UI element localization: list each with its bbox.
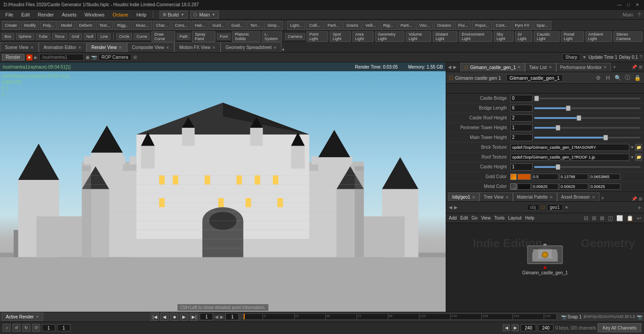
assetbrowser-close[interactable]: ✕: [592, 195, 595, 200]
key-icon-btn[interactable]: ⟐: [3, 324, 11, 332]
play-back-btn[interactable]: ◀: [160, 313, 168, 321]
geolight-btn[interactable]: Geometry Light: [375, 31, 404, 42]
forward-btn[interactable]: ▶: [453, 65, 457, 69]
metal-v3-input[interactable]: [589, 183, 620, 190]
minimize-btn[interactable]: —: [616, 2, 623, 8]
fwd-geo-btn[interactable]: ▶: [454, 205, 458, 210]
tab-anim-editor[interactable]: Animation Editor ✕: [39, 42, 86, 52]
gold-v1-input[interactable]: [532, 174, 558, 180]
box-btn[interactable]: Box: [2, 33, 14, 40]
geo-node-castle[interactable]: Giimann_castle_gen_1: [522, 245, 568, 275]
rigg-btn[interactable]: Rigg...: [114, 21, 132, 30]
lock-icon[interactable]: 🔒: [633, 74, 641, 82]
musc-btn[interactable]: Musc...: [133, 21, 152, 30]
back-geo-btn[interactable]: ◀: [449, 205, 452, 210]
popu-btn[interactable]: Popul...: [472, 21, 492, 30]
plus-icon[interactable]: +: [638, 204, 641, 211]
pyrofx-btn[interactable]: Pyro FX: [512, 21, 533, 30]
spraypaint-btn[interactable]: Spray Paint: [192, 31, 215, 42]
active-render-close[interactable]: ✕: [36, 314, 39, 319]
camera-btn[interactable]: Camera: [285, 33, 305, 40]
node-graph-area[interactable]: Indie Edition Geometry: [446, 223, 644, 312]
timeline-track[interactable]: 0 24 48 72 96 120 144 168 192 216: [243, 314, 557, 320]
envlight-btn[interactable]: Environment Light: [459, 31, 492, 42]
menu-assets[interactable]: Assets: [58, 11, 80, 18]
end-frame2[interactable]: [538, 324, 554, 331]
metal-swatch[interactable]: [517, 183, 531, 190]
play-icon[interactable]: ▶: [34, 55, 37, 60]
caustic-btn[interactable]: Caustic Light: [534, 31, 559, 42]
light-btn[interactable]: Light...: [287, 21, 305, 30]
back-btn[interactable]: ◀: [448, 65, 451, 69]
arealight-btn[interactable]: Area Light: [353, 31, 373, 42]
help-icon[interactable]: ?: [638, 12, 640, 17]
add-right-tab[interactable]: +: [611, 64, 618, 70]
tab-motion-fx[interactable]: Motion FX View ✕: [174, 42, 221, 52]
geo1-tab-close[interactable]: ✕: [472, 195, 476, 200]
layout-icon5[interactable]: ⬜: [616, 215, 623, 221]
geo-dropdown[interactable]: ▼: [565, 205, 569, 210]
tab-render-close[interactable]: ✕: [119, 45, 122, 50]
menu-windows[interactable]: Windows: [81, 11, 108, 18]
modify-btn[interactable]: Modify: [21, 21, 39, 30]
text-btn[interactable]: Text...: [96, 21, 113, 30]
lsystem-btn[interactable]: L-System: [262, 31, 282, 42]
bottom-tab-assetbrowser[interactable]: Asset Browser ✕: [557, 192, 599, 201]
velli-btn[interactable]: Velli...: [362, 21, 379, 30]
build-dropdown[interactable]: ⊞ Build ▼: [160, 11, 188, 19]
metal-v1-input[interactable]: [532, 183, 558, 190]
perimeter-tower-input[interactable]: [510, 124, 533, 131]
help-icon[interactable]: H: [604, 74, 612, 82]
model-btn[interactable]: Model: [58, 21, 75, 30]
layout-icon7[interactable]: ↩: [637, 215, 641, 221]
bottom-tab-matpal[interactable]: Material Palette ✕: [513, 192, 557, 201]
layout-icon2[interactable]: ⊞: [592, 215, 596, 221]
gold-color-wheel[interactable]: [510, 174, 517, 180]
start-frame[interactable]: [42, 324, 55, 331]
geo-menu-tools[interactable]: Tools: [494, 216, 505, 220]
tab-scene-close[interactable]: ✕: [30, 45, 34, 50]
expand-icon2[interactable]: ⊞: [639, 196, 642, 201]
grain-btn[interactable]: Grains: [343, 21, 361, 30]
node-tab-takelist[interactable]: Take List ✕: [525, 63, 556, 72]
geo-menu-go[interactable]: Go: [472, 216, 477, 220]
end-frame1[interactable]: [521, 324, 536, 331]
layout-icon3[interactable]: ⊠: [600, 215, 604, 221]
tab-composite-close[interactable]: ✕: [166, 45, 169, 50]
circle-btn[interactable]: Circle: [116, 33, 132, 40]
castle-height-input[interactable]: [510, 163, 533, 171]
node-box[interactable]: [527, 245, 563, 264]
redo-btn[interactable]: ↻: [22, 324, 30, 332]
bottom-tab-treeview[interactable]: Tree View ✕: [480, 192, 513, 201]
geo-menu-view[interactable]: View: [481, 216, 491, 220]
parti-btn[interactable]: Parti...: [324, 21, 342, 30]
expand-icon[interactable]: ⊞: [639, 65, 642, 69]
brick-texture-input[interactable]: [510, 144, 629, 151]
takelist-close[interactable]: ✕: [549, 65, 552, 69]
gear-icon[interactable]: ⚙: [594, 74, 602, 82]
roof-browse-btn[interactable]: 📁: [635, 154, 642, 161]
grid-btn[interactable]: Grid: [69, 33, 82, 40]
menu-edit[interactable]: Edit: [18, 11, 33, 18]
node-name-field[interactable]: Giimann_castle_gen_1: [506, 74, 563, 81]
metal-v2-input[interactable]: [559, 183, 588, 190]
drawcurve-btn[interactable]: Draw Curve: [152, 31, 175, 42]
render-button[interactable]: Render: [2, 54, 25, 61]
undo-btn[interactable]: ↺: [12, 324, 21, 332]
ocean-btn[interactable]: Oceans: [434, 21, 454, 30]
castle-height-slider[interactable]: [534, 166, 640, 168]
matpal-close[interactable]: ✕: [550, 195, 553, 200]
rigi-btn[interactable]: Rigi...: [380, 21, 397, 30]
portal-btn[interactable]: Portal Light: [561, 31, 584, 42]
geo-menu-layout[interactable]: Layout: [508, 216, 521, 220]
perimeter-tower-slider[interactable]: [534, 127, 640, 129]
stop-render-btn[interactable]: ■: [26, 54, 33, 61]
tube-btn[interactable]: Tube: [36, 33, 50, 40]
castle-bridge-input[interactable]: [510, 95, 533, 102]
brick-browse-btn[interactable]: 📁: [635, 144, 642, 151]
treeview-close[interactable]: ✕: [505, 195, 509, 200]
search-icon[interactable]: 🔍: [614, 74, 622, 82]
gold-v3-input[interactable]: [589, 174, 620, 180]
add-tab-btn[interactable]: +: [282, 47, 284, 52]
create-btn[interactable]: Create: [2, 21, 20, 30]
